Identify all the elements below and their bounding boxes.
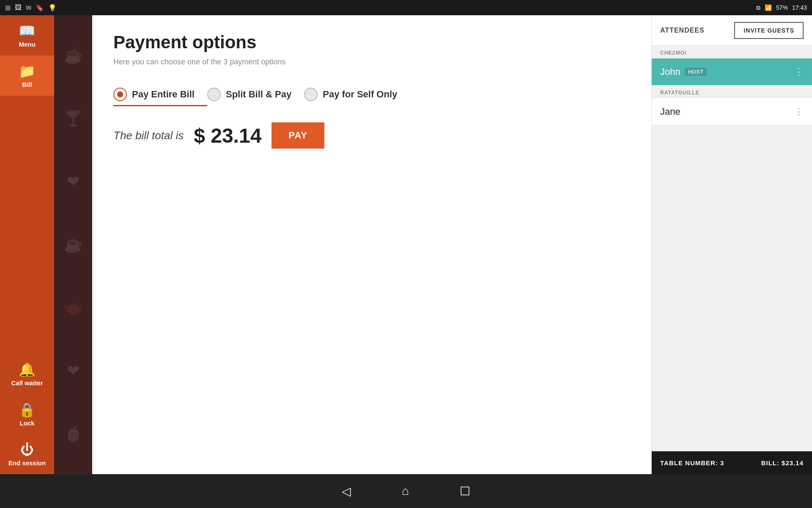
invite-guests-button[interactable]: INVITE GUESTS <box>734 22 804 39</box>
power-icon: ⏻ <box>20 442 34 458</box>
right-panel-content: CHEZMOI John HOST ⋮ RATATOUILLE Jane ⋮ <box>652 46 812 451</box>
attendee-badge-john: HOST <box>685 68 707 76</box>
deco-icon-1: ☕ <box>64 47 83 64</box>
radio-split-bill[interactable] <box>207 88 221 101</box>
payment-option-split-bill[interactable]: Split Bill & Pay <box>207 83 304 105</box>
sidebar-item-lock[interactable]: 🔒 Lock <box>0 394 54 434</box>
mail-icon: ✉ <box>26 4 31 12</box>
deco-icon-4: ☕ <box>64 236 83 254</box>
right-panel-footer: TABLE NUMBER: 3 BILL: $23.14 <box>652 451 812 474</box>
attendee-name-john: John <box>660 66 680 77</box>
menu-icon: 📖 <box>19 23 36 39</box>
grid-icon: ⊞ <box>5 4 11 12</box>
bill-total-label: The bill total is <box>113 129 184 142</box>
main-layout: 📖 Menu 📁 Bill 🔔 Call waiter 🔒 Lock ⏻ End… <box>0 15 812 474</box>
bulb-icon: 💡 <box>48 4 57 12</box>
home-button[interactable]: ⌂ <box>402 484 409 498</box>
sidebar: 📖 Menu 📁 Bill 🔔 Call waiter 🔒 Lock ⏻ End… <box>0 15 54 474</box>
bell-icon: 🔔 <box>19 362 36 378</box>
deco-icon-7: 🍵 <box>64 425 83 443</box>
image-icon: 🖼 <box>15 4 22 11</box>
deco-icon-3: ❤ <box>67 173 80 190</box>
deco-icon-2: 🍸 <box>64 110 83 127</box>
sidebar-item-end-session[interactable]: ⏻ End session <box>0 434 54 474</box>
right-panel: ATTENDEES INVITE GUESTS CHEZMOI John HOS… <box>651 15 812 474</box>
wifi-icon: 📶 <box>765 4 772 11</box>
bill-summary: The bill total is $ 23.14 PAY <box>113 122 630 149</box>
sidebar-bottom: 🔔 Call waiter 🔒 Lock ⏻ End session <box>0 354 54 474</box>
payment-option-pay-self[interactable]: Pay for Self Only <box>304 83 410 105</box>
attendee-row-john[interactable]: John HOST ⋮ <box>652 58 812 86</box>
sidebar-item-bill[interactable]: 📁 Bill <box>0 55 54 96</box>
deco-icon-6: ❤ <box>67 362 80 380</box>
group-label-chezmoi: CHEZMOI <box>652 46 812 58</box>
pay-button[interactable]: PAY <box>272 122 324 149</box>
group-label-ratatouille: RATATOUILLE <box>652 86 812 98</box>
table-number: TABLE NUMBER: 3 <box>660 459 724 467</box>
back-button[interactable]: ◁ <box>342 484 351 498</box>
status-bar-left: ⊞ 🖼 ✉ 🔖 💡 <box>5 4 57 12</box>
status-bar-right: ⧉ 📶 57% 17:43 <box>756 4 807 11</box>
more-icon-jane[interactable]: ⋮ <box>794 106 804 117</box>
copy-icon: ⧉ <box>756 4 760 11</box>
attendee-name-jane: Jane <box>660 106 680 117</box>
radio-pay-entire[interactable] <box>113 88 127 101</box>
attendee-name-wrap-jane: Jane <box>660 106 680 117</box>
payment-title: Payment options <box>113 32 630 52</box>
clock: 17:43 <box>792 4 807 11</box>
deco-strip: ☕ 🍸 ❤ ☕ 🫖 ❤ 🍵 <box>54 15 92 474</box>
payment-options: Pay Entire Bill Split Bill & Pay Pay for… <box>113 83 630 105</box>
recents-button[interactable]: ☐ <box>460 484 470 498</box>
payment-subtitle: Here you can choose one of the 3 payment… <box>113 58 630 66</box>
attendee-name-wrap-john: John HOST <box>660 66 707 77</box>
sidebar-item-menu[interactable]: 📖 Menu <box>0 15 54 55</box>
more-icon-john[interactable]: ⋮ <box>794 66 804 77</box>
bottom-bar: ◁ ⌂ ☐ <box>0 474 812 508</box>
attendees-label: ATTENDEES <box>660 27 705 34</box>
right-panel-header: ATTENDEES INVITE GUESTS <box>652 15 812 46</box>
bill-icon: 📁 <box>19 63 36 79</box>
bookmark-icon: 🔖 <box>36 4 44 12</box>
status-bar: ⊞ 🖼 ✉ 🔖 💡 ⧉ 📶 57% 17:43 <box>0 0 812 15</box>
radio-pay-self[interactable] <box>304 88 318 101</box>
battery-level: 57% <box>776 4 788 11</box>
lock-icon: 🔒 <box>19 402 36 418</box>
main-content: Payment options Here you can choose one … <box>92 15 651 474</box>
deco-icon-5: 🫖 <box>64 299 83 317</box>
bill-total-footer: BILL: $23.14 <box>761 459 804 467</box>
sidebar-item-call-waiter[interactable]: 🔔 Call waiter <box>0 354 54 394</box>
payment-option-entire-bill[interactable]: Pay Entire Bill <box>113 83 207 105</box>
bill-amount: $ 23.14 <box>194 124 261 147</box>
payment-area: Payment options Here you can choose one … <box>92 15 651 474</box>
attendee-row-jane[interactable]: Jane ⋮ <box>652 98 812 125</box>
